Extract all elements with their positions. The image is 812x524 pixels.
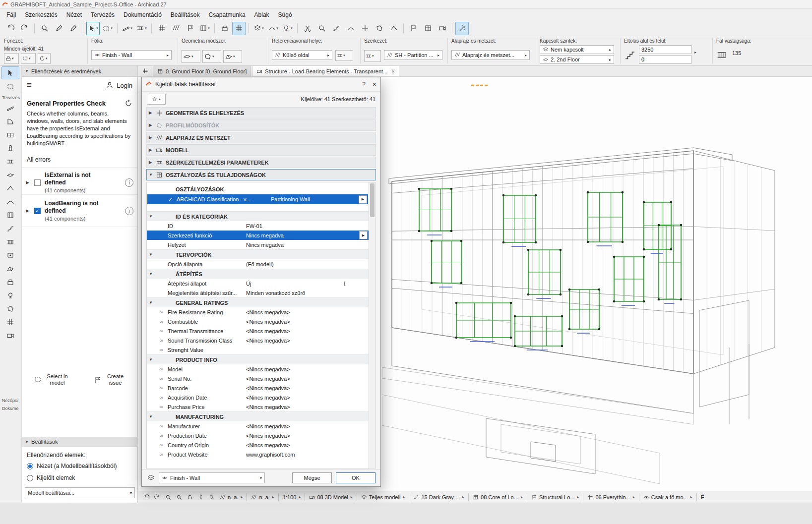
toolbox-marquee[interactable] xyxy=(1,80,19,93)
model-settings-combo[interactable]: Modell beállításai... xyxy=(25,487,135,498)
grid-snap-button[interactable] xyxy=(155,22,168,35)
status-renovation-filter[interactable]: Csak a fő mo... xyxy=(641,494,695,500)
dialog-scrollbar[interactable] xyxy=(369,182,376,469)
suspend-groups-button[interactable] xyxy=(232,22,246,35)
menu-tervezes[interactable]: Tervezés xyxy=(86,9,119,20)
issue-row[interactable]: ▶ IsExternal is not defined (41 componen… xyxy=(22,167,137,194)
pet-palette-button[interactable] xyxy=(218,22,231,35)
property-row[interactable]: Serial No.<Nincs megadva> xyxy=(147,374,369,383)
toolbox-roof[interactable] xyxy=(1,182,19,195)
login-button[interactable]: Login xyxy=(117,82,132,89)
circle-tool-button[interactable]: ▾ xyxy=(281,22,294,35)
property-row[interactable]: Purchase Price<Nincs megadva> xyxy=(147,402,369,411)
toolbox-morph[interactable] xyxy=(1,302,19,315)
zoom-tool-button[interactable] xyxy=(38,22,51,35)
bottom-offset-input[interactable] xyxy=(639,55,691,64)
info-icon[interactable]: i xyxy=(125,178,133,187)
toolbox-window[interactable] xyxy=(1,128,19,141)
toolbox-camera[interactable] xyxy=(1,329,19,342)
classification-checkbox[interactable] xyxy=(167,196,174,203)
group-product-info[interactable]: PRODUCT INFO xyxy=(147,354,369,364)
classification-expand-button[interactable] xyxy=(359,195,367,204)
property-row-selected[interactable]: Szerkezeti funkcióNincs megadva xyxy=(147,231,369,240)
section-profilmodositok[interactable]: PROFILMÓDOSÍTÓK xyxy=(146,119,376,131)
menu-fajl[interactable]: Fájl xyxy=(2,9,20,20)
section-szerkezetelemzes[interactable]: SZERKEZETELEMZÉSI PARAMÉTEREK xyxy=(146,157,376,168)
hamburger-icon[interactable]: ≡ xyxy=(27,80,32,90)
property-row[interactable]: IDFW-01 xyxy=(147,221,369,231)
beam-tool-button[interactable]: ▾ xyxy=(135,22,148,35)
toolbox-group-tervezes[interactable]: Tervezés xyxy=(0,93,21,101)
property-row[interactable]: Opció állapota(Fő modell) xyxy=(147,259,369,269)
status-layer-combination[interactable]: 08 Core of Lo... xyxy=(470,494,525,500)
tab-close-icon[interactable]: × xyxy=(391,68,394,74)
guide-lines-button[interactable] xyxy=(169,22,183,35)
reference-line-combo[interactable]: Külső oldal xyxy=(272,50,332,60)
favorite-settings-button[interactable] xyxy=(21,53,36,64)
toolbox-grid[interactable] xyxy=(1,316,19,329)
walk-mode-button[interactable] xyxy=(196,492,206,502)
property-row[interactable]: Model<Nincs megadva> xyxy=(147,364,369,374)
nav-back-button[interactable] xyxy=(141,492,151,502)
section-alaprajz[interactable]: ALAPRAJZ ÉS METSZET xyxy=(146,132,376,143)
status-na-2[interactable]: n. a. xyxy=(249,494,276,500)
toolbox-wall[interactable] xyxy=(1,102,19,115)
classification-row[interactable]: ARCHICAD Classification - v... Partition… xyxy=(147,194,368,204)
intersect-button[interactable] xyxy=(358,22,372,35)
info-icon[interactable]: i xyxy=(125,207,133,215)
property-row[interactable]: Megjelenítés átépítési szűr...Minden von… xyxy=(147,288,369,297)
group-manufacturing[interactable]: MANUFACTURING xyxy=(147,411,369,421)
toolbox-shell[interactable] xyxy=(1,195,19,208)
toolbox-object[interactable] xyxy=(1,276,19,289)
all-errors-filter[interactable]: All errors xyxy=(22,151,137,167)
elevation-expand-caret[interactable]: ▸ xyxy=(694,50,696,55)
favorites-button[interactable]: ☆ xyxy=(147,94,166,105)
property-row[interactable]: Acquisition Date<Nincs megadva> xyxy=(147,393,369,402)
section-osztalyozas[interactable]: OSZTÁLYOZÁS ÉS TULAJDONSÁGOK xyxy=(146,169,376,180)
close-icon[interactable]: × xyxy=(373,80,376,88)
floorplan-display-combo[interactable]: Alaprajz és metszet... xyxy=(451,50,530,60)
structure-type-button[interactable] xyxy=(364,50,381,62)
issue-row[interactable]: ▶ LoadBearing is not defined (41 compone… xyxy=(22,194,137,227)
section-geometria[interactable]: GEOMETRIA ÉS ELHELYEZÉS xyxy=(146,107,376,118)
issue-checkbox[interactable] xyxy=(34,208,41,214)
composite-combo[interactable]: SH - Partition ... xyxy=(384,50,442,60)
home-story-combo[interactable]: 2. 2nd Floor xyxy=(540,55,614,64)
pen-set-button[interactable]: ▾ xyxy=(266,22,280,35)
property-row[interactable]: Barcode<Nincs megadva> xyxy=(147,383,369,393)
chevron-right-icon[interactable]: ▶ xyxy=(26,208,29,213)
geometry-method-chained[interactable] xyxy=(223,50,242,63)
schedule-button[interactable] xyxy=(421,22,435,35)
property-row[interactable]: Manufacturer<Nincs megadva> xyxy=(147,421,369,431)
toolbox-slab[interactable] xyxy=(1,169,19,181)
status-partial-item[interactable]: É xyxy=(698,494,709,500)
inject-parameters-button[interactable] xyxy=(66,22,80,35)
magic-wand-button[interactable] xyxy=(455,22,469,35)
adjust-button[interactable] xyxy=(315,22,328,35)
resize-button[interactable] xyxy=(373,22,386,35)
orbit-button[interactable] xyxy=(185,492,195,502)
geometry-method-curved[interactable] xyxy=(202,50,221,63)
tab-ground-floor[interactable]: 0. Ground Floor [0. Ground Floor] xyxy=(153,65,251,76)
nav-forward-button[interactable] xyxy=(152,492,162,502)
marker-button[interactable] xyxy=(407,22,420,35)
toolbox-door[interactable] xyxy=(1,115,19,128)
redo-button[interactable] xyxy=(18,22,31,35)
help-button[interactable]: ? xyxy=(362,81,366,88)
arrow-tool-button[interactable]: ▾ xyxy=(86,22,100,35)
dialog-title-bar[interactable]: Kijelölt falak beállításai ? × xyxy=(142,77,380,92)
issue-checkbox[interactable] xyxy=(34,179,41,186)
status-graphic-override[interactable]: 06 Everythin... xyxy=(585,494,637,500)
toolbox-arrow[interactable] xyxy=(1,66,19,79)
layout-book-button[interactable] xyxy=(436,22,449,35)
property-row[interactable]: Átépítési állapotÚjI xyxy=(147,279,369,288)
menu-nezet[interactable]: Nézet xyxy=(62,9,86,20)
radio-view-option[interactable]: Nézet (a Modellbeállításokból) xyxy=(27,463,117,469)
frame-tool-button[interactable]: ▾ xyxy=(198,22,211,35)
menu-sugo[interactable]: Súgó xyxy=(274,9,297,20)
tab-overview-button[interactable] xyxy=(140,66,151,76)
layer-combo[interactable]: Finish - Wall xyxy=(91,50,172,60)
wall-tool-button[interactable]: ▾ xyxy=(121,22,134,35)
status-scale[interactable]: 1:100 xyxy=(280,494,304,500)
group-tervopciok[interactable]: TERVOPCIÓK xyxy=(147,249,369,259)
